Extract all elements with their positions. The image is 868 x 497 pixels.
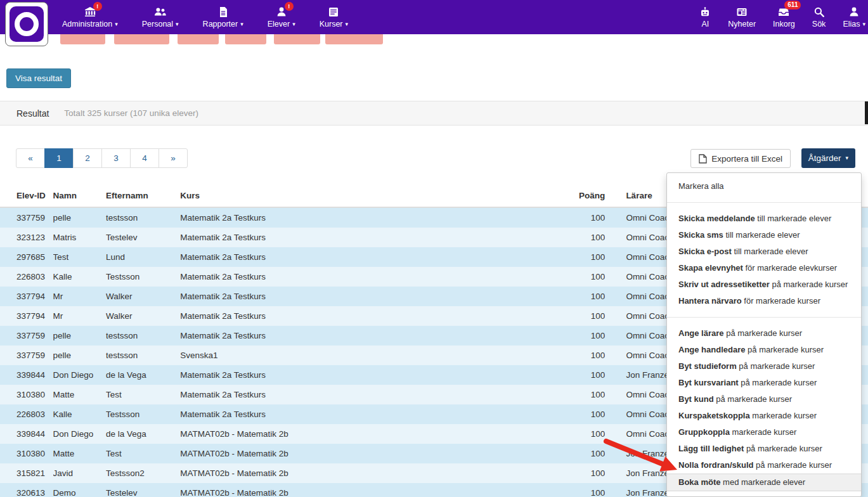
pagination-page-4[interactable]: 4: [130, 148, 159, 168]
cell-poang: 100: [568, 345, 605, 365]
nav-item-sok[interactable]: Sök: [812, 6, 826, 29]
cell-elev-id: 226803: [0, 404, 53, 424]
cell-efternamn: Walker: [106, 287, 180, 306]
results-bar: Resultat Totalt 325 kurser (107 unika el…: [0, 101, 868, 126]
nav-item-kurser[interactable]: Kurser▾: [320, 6, 348, 29]
logo-mark: [10, 6, 44, 42]
menu-item-hantera-narvaro[interactable]: Hantera närvaro för markerade kurser: [667, 293, 861, 309]
cell-namn: pelle: [53, 326, 107, 345]
menu-item-lagg-till-ledighet[interactable]: Lägg till ledighet på markerade kurser: [667, 441, 861, 457]
user-icon: [848, 6, 860, 18]
scrollbar-thumb[interactable]: [865, 101, 868, 124]
menu-item-skicka-meddelande[interactable]: Skicka meddelande till markerade elever: [667, 210, 861, 227]
nav-item-personal[interactable]: Personal▾: [142, 6, 179, 29]
cell-poang: 100: [568, 424, 605, 444]
menu-item-nolla-fordran-skuld[interactable]: Nolla fordran/skuld på markerade kurser: [667, 457, 861, 474]
nav-item-elever[interactable]: ! Elever▾: [268, 6, 295, 29]
cell-kurs: Matematik 2a Testkurs: [180, 267, 568, 287]
pagination-page-3[interactable]: 3: [101, 148, 131, 168]
menu-item-kurspaketskoppla[interactable]: Kurspaketskoppla markerade kurser: [667, 408, 861, 424]
nav-label: Administration: [62, 20, 112, 29]
header-poang[interactable]: Poäng: [568, 186, 605, 207]
cell-efternamn: de la Vega: [106, 424, 180, 444]
cell-kurs: Matematik 2a Testkurs: [180, 287, 568, 306]
cell-poang: 100: [568, 326, 605, 345]
cell-elev-id: 323123: [0, 228, 53, 247]
search-icon: [813, 6, 825, 18]
menu-item-byt-studieform[interactable]: Byt studieform på markerade kurser: [667, 358, 861, 375]
people-icon: [154, 6, 166, 18]
header-namn[interactable]: Namn: [53, 186, 107, 207]
cell-efternamn: Walker: [106, 306, 180, 326]
menu-item-gruppkoppla[interactable]: Gruppkoppla markerade kurser: [667, 424, 861, 441]
pagination-page-1[interactable]: 1: [44, 148, 74, 168]
cell-poang: 100: [568, 404, 605, 424]
nav-label: AI: [701, 20, 709, 29]
alert-badge: !: [285, 2, 294, 11]
nav-item-rapporter[interactable]: Rapporter▾: [203, 6, 243, 29]
chevron-down-icon: ▾: [115, 22, 118, 27]
nav-label: Kurser: [320, 20, 343, 29]
menu-item-skicka-sms[interactable]: Skicka sms till markerade elever: [667, 227, 861, 243]
menu-item-byt-kursvariant[interactable]: Byt kursvariant på markerade kurser: [667, 375, 861, 391]
pagination-prev[interactable]: «: [16, 148, 45, 168]
cell-efternamn: testsson: [106, 207, 180, 228]
export-excel-button[interactable]: Exportera till Excel: [690, 149, 791, 168]
nav-item-administration[interactable]: ! Administration▾: [62, 6, 118, 29]
cell-efternamn: Test: [106, 444, 180, 463]
menu-item-skapa-elevnyhet[interactable]: Skapa elevnyhet för markerade elevkurser: [667, 260, 861, 276]
menu-item-skicka-epost[interactable]: Skicka e-post till markerade elever: [667, 243, 861, 260]
cell-namn: Mr: [53, 287, 107, 306]
show-results-button[interactable]: Visa resultat: [6, 68, 71, 88]
pagination-page-2[interactable]: 2: [73, 148, 102, 168]
cell-efternamn: Testelev: [106, 483, 180, 497]
cell-kurs: MATMAT02b - Matematik 2b: [180, 483, 568, 497]
menu-item-markera-alla[interactable]: Markera alla: [667, 178, 861, 195]
cell-namn: pelle: [53, 345, 107, 365]
menu-item-byt-kund[interactable]: Byt kund på markerade kurser: [667, 391, 861, 408]
cell-kurs: Matematik 2a Testkurs: [180, 385, 568, 404]
cell-kurs: MATMAT02b - Matematik 2b: [180, 444, 568, 463]
menu-item-boka-mote[interactable]: Boka möte med markerade elever: [667, 474, 861, 491]
cell-kurs: Matematik 2a Testkurs: [180, 365, 568, 385]
nav-item-ai[interactable]: AI: [699, 6, 711, 29]
cell-poang: 100: [568, 385, 605, 404]
nav-item-user-elias[interactable]: Elias▾: [843, 6, 865, 29]
chevron-down-icon: ▾: [240, 22, 243, 27]
actions-dropdown-menu: Markera alla Skicka meddelande till mark…: [666, 172, 862, 497]
cell-efternamn: Testsson: [106, 267, 180, 287]
app-logo[interactable]: [5, 2, 48, 46]
menu-item-skriv-ut-adressetiketter[interactable]: Skriv ut adressetiketter på markerade ku…: [667, 276, 861, 293]
header-efternamn[interactable]: Efternamn: [106, 186, 180, 207]
cell-elev-id: 339844: [0, 365, 53, 385]
student-icon: !: [276, 6, 287, 18]
page: ! Administration▾ Personal▾ Rapporter▾: [0, 0, 868, 497]
nav-item-nyheter[interactable]: Nyheter: [728, 6, 756, 29]
results-label: Resultat: [16, 108, 49, 119]
cell-namn: Demo: [53, 483, 107, 497]
cell-namn: Don Diego: [53, 365, 107, 385]
excel-file-icon: [699, 154, 707, 164]
actions-dropdown-button[interactable]: Åtgärder ▾: [801, 148, 855, 168]
cell-elev-id: 337794: [0, 306, 53, 326]
cell-elev-id: 310380: [0, 444, 53, 463]
header-kurs[interactable]: Kurs: [180, 186, 568, 207]
header-elev-id[interactable]: Elev-ID: [0, 186, 53, 207]
cell-efternamn: Testelev: [106, 228, 180, 247]
cell-poang: 100: [568, 228, 605, 247]
cell-namn: Matris: [53, 228, 107, 247]
cell-elev-id: 226803: [0, 267, 53, 287]
menu-item-ange-handledare[interactable]: Ange handledare på markerade kurser: [667, 342, 861, 358]
cell-elev-id: 337759: [0, 326, 53, 345]
chevron-down-icon: ▾: [862, 22, 865, 27]
top-navbar: ! Administration▾ Personal▾ Rapporter▾: [0, 0, 868, 34]
pagination-next[interactable]: »: [159, 148, 188, 168]
cell-efternamn: Testsson: [106, 404, 180, 424]
nav-item-inkorg[interactable]: 611 Inkorg: [773, 6, 795, 29]
cell-kurs: Matematik 2a Testkurs: [180, 306, 568, 326]
cell-poang: 100: [568, 267, 605, 287]
cell-kurs: Matematik 2a Testkurs: [180, 207, 568, 228]
cell-poang: 100: [568, 463, 605, 483]
cell-namn: Mr: [53, 306, 107, 326]
menu-item-ange-larare[interactable]: Ange lärare på markerade kurser: [667, 325, 861, 342]
